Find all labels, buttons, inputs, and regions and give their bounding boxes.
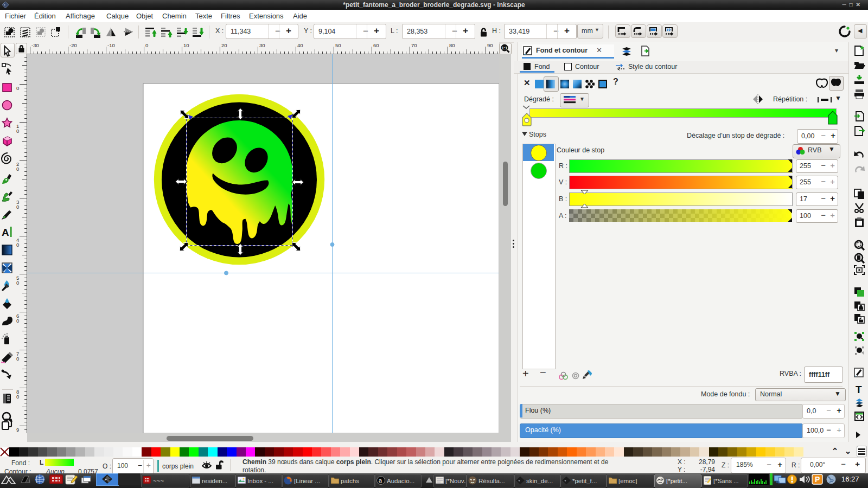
svg-text:0: 0 (16, 356, 19, 362)
svg-text:0: 0 (16, 128, 19, 134)
svg-text:60: 60 (373, 42, 379, 48)
svg-text:70: 70 (411, 42, 417, 48)
svg-text:30: 30 (259, 42, 265, 48)
svg-text:80: 80 (449, 42, 455, 48)
svg-text:0: 0 (16, 242, 19, 248)
svg-text:0: 0 (16, 280, 19, 286)
svg-text:P: P (815, 475, 820, 484)
svg-text:40: 40 (297, 42, 303, 48)
svg-text:0: 0 (16, 85, 19, 91)
svg-text:20: 20 (221, 42, 227, 48)
svg-text:0: 0 (16, 394, 19, 400)
svg-text:T: T (856, 384, 862, 395)
svg-text:0: 0 (16, 204, 19, 210)
svg-text:90: 90 (487, 42, 493, 48)
svg-text:-10: -10 (107, 42, 115, 48)
svg-text:-30: -30 (31, 42, 39, 48)
svg-text:a: a (379, 477, 382, 484)
svg-text:-20: -20 (69, 42, 77, 48)
svg-text:0: 0 (16, 318, 19, 324)
svg-text:10: 10 (183, 42, 189, 48)
svg-text:50: 50 (335, 42, 341, 48)
svg-text:0: 0 (16, 166, 19, 172)
svg-text:1:1: 1:1 (502, 46, 508, 50)
svg-text:0: 0 (145, 42, 148, 48)
svg-text:A: A (2, 227, 9, 238)
